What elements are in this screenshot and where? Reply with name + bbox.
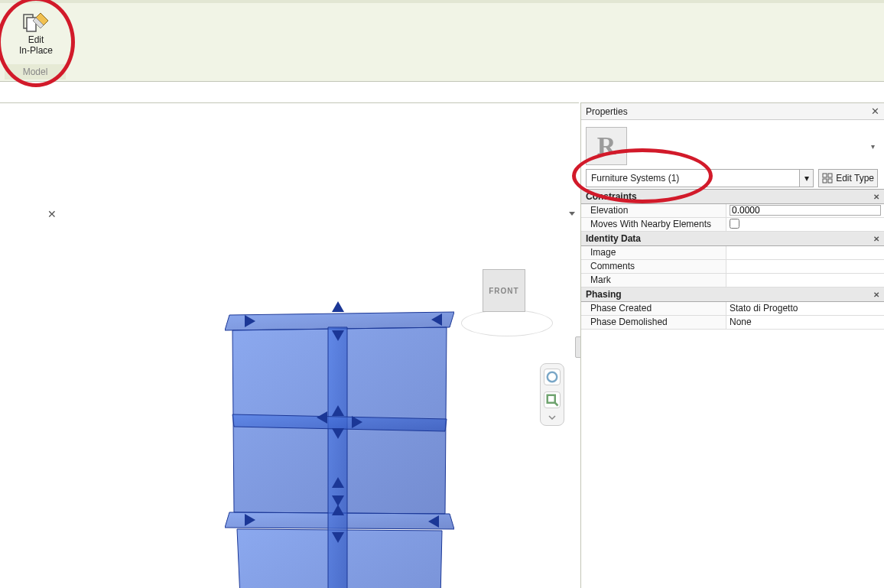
label-phase-created: Phase Created xyxy=(581,302,726,315)
viewcube[interactable]: FRONT xyxy=(461,268,553,336)
category-row: R ▾ xyxy=(581,125,884,167)
label-elevation: Elevation xyxy=(581,204,726,217)
type-selector-label: Furniture Systems (1) xyxy=(587,170,799,187)
edit-in-place-button[interactable]: Edit In-Place xyxy=(18,11,54,56)
row-phase-demolished: Phase Demolished None xyxy=(581,316,884,330)
label-moves-with: Moves With Nearby Elements xyxy=(581,218,726,231)
ribbon-strip xyxy=(0,0,884,3)
section-constraints-label: Constraints xyxy=(586,191,637,202)
svg-rect-3 xyxy=(548,395,555,403)
section-identity-label: Identity Data xyxy=(586,233,641,244)
edit-in-place-icon xyxy=(22,11,50,33)
nav-wheel-button[interactable] xyxy=(544,369,561,385)
edit-type-label: Edit Type xyxy=(836,173,874,184)
category-dropdown-icon[interactable]: ▾ xyxy=(871,142,875,151)
checkbox-moves-with[interactable] xyxy=(730,219,739,229)
row-mark: Mark xyxy=(581,274,884,288)
svg-rect-32 xyxy=(828,179,832,183)
properties-grid: Constraints ✕ Elevation Moves With Nearb… xyxy=(581,189,884,330)
svg-line-4 xyxy=(555,403,558,406)
label-mark: Mark xyxy=(581,274,726,287)
value-phase-demolished[interactable]: None xyxy=(726,316,884,329)
value-phase-created[interactable]: Stato di Progetto xyxy=(726,302,884,315)
type-selector-dropdown-icon[interactable]: ▾ xyxy=(799,170,813,187)
section-phasing-toggle-icon[interactable]: ✕ xyxy=(873,291,879,299)
value-image[interactable] xyxy=(726,246,884,259)
section-phasing[interactable]: Phasing ✕ xyxy=(581,288,884,302)
svg-rect-29 xyxy=(823,174,827,177)
section-phasing-label: Phasing xyxy=(586,289,622,300)
section-identity-toggle-icon[interactable]: ✕ xyxy=(873,235,879,243)
nav-bar xyxy=(540,363,564,426)
ribbon-panel-label: Model xyxy=(5,64,66,80)
category-icon: R xyxy=(586,127,627,165)
properties-title: Properties xyxy=(586,106,628,117)
value-comments[interactable] xyxy=(726,260,884,273)
label-comments: Comments xyxy=(581,260,726,273)
section-identity[interactable]: Identity Data ✕ xyxy=(581,232,884,246)
row-elevation: Elevation xyxy=(581,204,884,218)
view-tab-close-icon[interactable]: ✕ xyxy=(46,208,58,220)
svg-rect-31 xyxy=(823,179,827,183)
properties-panel: Properties ✕ R ▾ Furniture Systems (1) ▾… xyxy=(580,102,884,588)
section-constraints[interactable]: Constraints ✕ xyxy=(581,190,884,204)
svg-marker-9 xyxy=(328,327,347,588)
row-phase-created: Phase Created Stato di Progetto xyxy=(581,302,884,316)
viewcube-compass[interactable] xyxy=(461,310,553,336)
section-constraints-toggle-icon[interactable]: ✕ xyxy=(873,193,879,201)
svg-rect-30 xyxy=(828,174,832,177)
svg-marker-11 xyxy=(332,301,344,312)
label-image: Image xyxy=(581,246,726,259)
view-tab-menu-icon[interactable] xyxy=(567,209,577,218)
label-phase-demolished: Phase Demolished xyxy=(581,316,726,329)
nav-zoom-button[interactable] xyxy=(544,391,561,408)
row-comments: Comments xyxy=(581,260,884,274)
properties-header: Properties ✕ xyxy=(581,103,884,120)
svg-point-2 xyxy=(548,372,557,382)
ribbon: Edit In-Place Model xyxy=(0,0,884,82)
type-selector[interactable]: Furniture Systems (1) ▾ xyxy=(586,169,814,187)
selected-model[interactable] xyxy=(225,300,454,588)
input-elevation[interactable] xyxy=(730,205,881,216)
edit-in-place-label-2: In-Place xyxy=(18,45,54,56)
properties-close-icon[interactable]: ✕ xyxy=(871,106,879,117)
edit-type-icon xyxy=(822,173,833,184)
viewcube-face[interactable]: FRONT xyxy=(483,269,525,312)
value-mark[interactable] xyxy=(726,274,884,287)
viewport-3d[interactable]: ✕ FRONT xyxy=(0,102,579,588)
edit-type-button[interactable]: Edit Type xyxy=(818,169,878,187)
row-image: Image xyxy=(581,246,884,260)
edit-in-place-label-1: Edit xyxy=(18,34,54,45)
row-moves-with: Moves With Nearby Elements xyxy=(581,218,884,232)
nav-expand-icon[interactable] xyxy=(548,414,557,421)
